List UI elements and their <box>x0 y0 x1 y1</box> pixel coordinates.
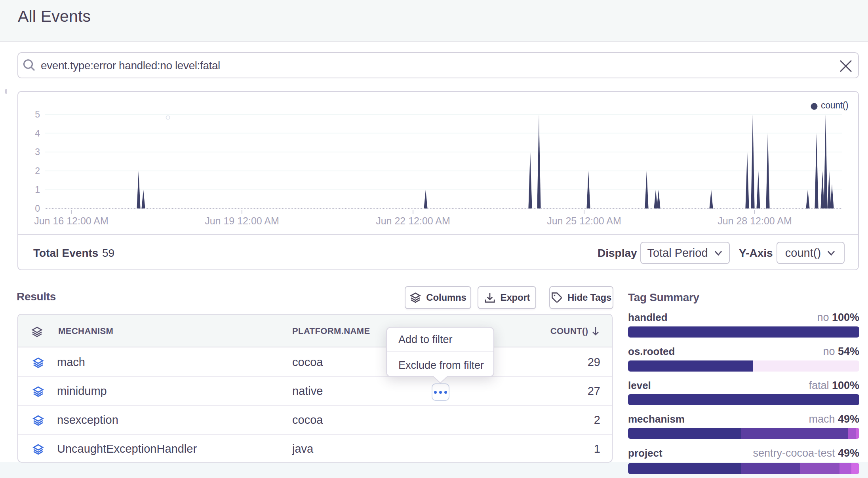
svg-text:Jun 28 12:00 AM: Jun 28 12:00 AM <box>718 215 792 226</box>
svg-text:Jun 16 12:00 AM: Jun 16 12:00 AM <box>34 215 108 226</box>
svg-text:Jun 25 12:00 AM: Jun 25 12:00 AM <box>547 215 621 226</box>
svg-text:3: 3 <box>35 147 40 157</box>
svg-text:Jun 19 12:00 AM: Jun 19 12:00 AM <box>205 215 279 226</box>
svg-text:count(): count() <box>821 100 848 110</box>
svg-text:1: 1 <box>35 184 40 195</box>
svg-text:0: 0 <box>35 203 40 214</box>
svg-text:4: 4 <box>35 128 40 138</box>
svg-text:2: 2 <box>35 166 40 176</box>
svg-text:5: 5 <box>35 109 40 120</box>
svg-text:Jun 22 12:00 AM: Jun 22 12:00 AM <box>376 215 450 226</box>
